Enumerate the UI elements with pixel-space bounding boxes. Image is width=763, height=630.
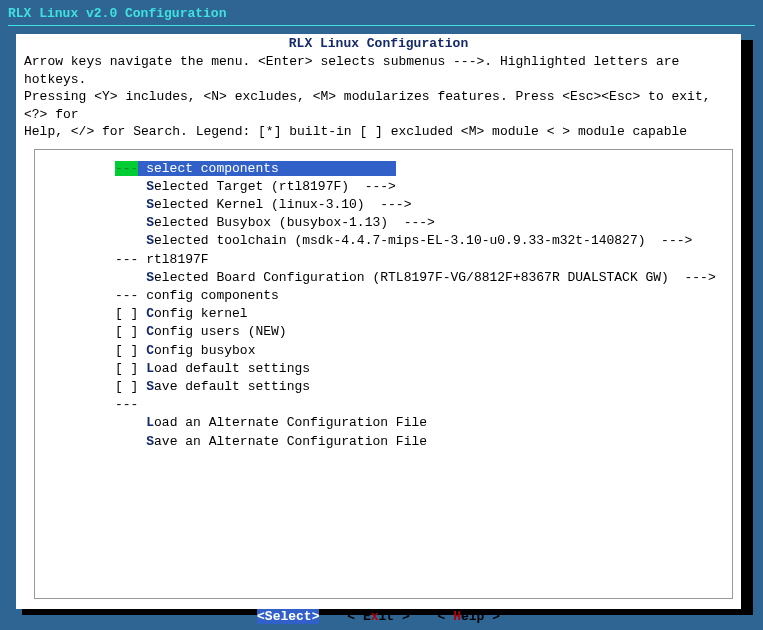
app-window: RLX Linux v2.0 Configuration RLX Linux C…: [0, 0, 763, 630]
menu-item[interactable]: Selected Busybox (busybox-1.13) --->: [39, 214, 728, 232]
menu-item[interactable]: Selected Kernel (linux-3.10) --->: [39, 196, 728, 214]
menu-item[interactable]: Load an Alternate Configuration File: [39, 414, 728, 432]
window-title: RLX Linux v2.0 Configuration: [8, 4, 755, 26]
menu-box: --- select components Selected Target (r…: [34, 149, 733, 599]
exit-button[interactable]: < Exit >: [347, 609, 409, 624]
menu-item[interactable]: [ ] Config kernel: [39, 305, 728, 323]
menu-item[interactable]: [ ] Save default settings: [39, 378, 728, 396]
menu-item[interactable]: [ ] Config busybox: [39, 342, 728, 360]
menu-item[interactable]: [ ] Load default settings: [39, 360, 728, 378]
help-button[interactable]: < Help >: [438, 609, 500, 624]
help-text: Arrow keys navigate the menu. <Enter> se…: [16, 51, 741, 147]
panel-shadow-wrap: RLX Linux Configuration Arrow keys navig…: [16, 34, 747, 609]
menu-item[interactable]: --- config components: [39, 287, 728, 305]
menu-item[interactable]: Selected Target (rtl8197F) --->: [39, 178, 728, 196]
menu-item[interactable]: ---: [39, 396, 728, 414]
menu-item[interactable]: --- select components: [39, 160, 728, 178]
main-panel: RLX Linux Configuration Arrow keys navig…: [16, 34, 741, 609]
button-bar: <Select> < Exit > < Help >: [16, 609, 741, 624]
select-button[interactable]: <Select>: [257, 609, 319, 624]
help-line: Pressing <Y> includes, <N> excludes, <M>…: [24, 88, 733, 123]
menu-item[interactable]: [ ] Config users (NEW): [39, 323, 728, 341]
menu-item[interactable]: Selected Board Configuration (RTL8197F-V…: [39, 269, 728, 287]
help-line: Arrow keys navigate the menu. <Enter> se…: [24, 53, 733, 88]
menu-list: --- select components Selected Target (r…: [39, 160, 728, 451]
menu-item[interactable]: Save an Alternate Configuration File: [39, 433, 728, 451]
menu-item[interactable]: Selected toolchain (msdk-4.4.7-mips-EL-3…: [39, 232, 728, 250]
menu-item[interactable]: --- rtl8197F: [39, 251, 728, 269]
panel-title: RLX Linux Configuration: [16, 34, 741, 51]
help-line: Help, </> for Search. Legend: [*] built-…: [24, 123, 733, 141]
